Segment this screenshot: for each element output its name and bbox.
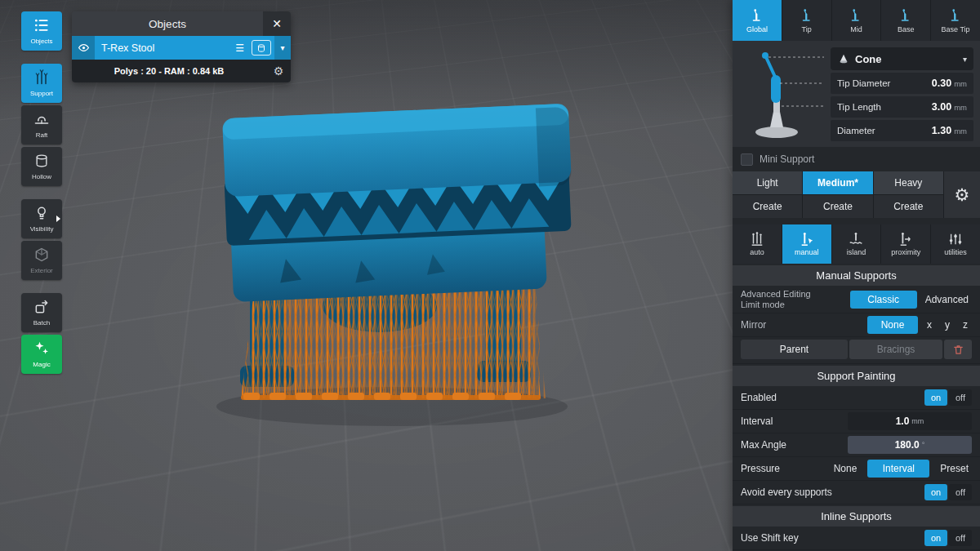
density-medium-button[interactable]: Medium* xyxy=(803,171,872,194)
create-light-button[interactable]: Create xyxy=(733,195,802,218)
support-pins-icon xyxy=(33,69,50,89)
density-heavy-button[interactable]: Heavy xyxy=(874,171,943,194)
eye-visibility-icon[interactable] xyxy=(72,36,95,60)
density-light-button[interactable]: Light xyxy=(733,171,802,194)
use-shift-key-label: Use Shift key xyxy=(741,532,920,544)
advanced-editing-label: Advanced Editing Limit mode xyxy=(741,289,845,310)
pressure-preset-button[interactable]: Preset xyxy=(937,460,972,478)
mirror-label: Mirror xyxy=(741,319,862,331)
toolbar-magic-button[interactable]: Magic xyxy=(21,335,62,374)
mode-tab-manual[interactable]: manual xyxy=(782,224,831,264)
density-settings-gear-icon[interactable]: ⚙ xyxy=(944,171,980,218)
objects-panel-footer: Polys : 20 - RAM : 0.84 kB ⚙ xyxy=(72,60,291,82)
mode-tab-auto[interactable]: auto xyxy=(733,224,782,264)
chevron-down-icon: ▾ xyxy=(963,55,967,64)
tab-base[interactable]: Base xyxy=(881,0,930,41)
support-painting-header: Support Painting xyxy=(733,366,980,386)
shape-selected-value: Cone xyxy=(855,53,958,65)
visibility-lamp-icon xyxy=(33,205,50,224)
toolbar-hollow-button[interactable]: Hollow xyxy=(21,147,62,186)
support-settings-panel: Global Tip Mid Base Base Tip xyxy=(733,0,980,551)
object-dropdown-caret-icon[interactable]: ▾ xyxy=(274,36,291,60)
enabled-off-toggle[interactable]: off xyxy=(949,389,972,406)
close-icon[interactable]: ✕ xyxy=(263,11,291,36)
enabled-on-toggle[interactable]: on xyxy=(924,389,947,406)
trex-stool-model xyxy=(163,82,621,457)
batch-box-icon xyxy=(33,299,50,318)
tab-mid[interactable]: Mid xyxy=(832,0,881,41)
object-cylinder-icon[interactable] xyxy=(252,40,271,56)
param-value[interactable]: 3.00 xyxy=(932,101,951,113)
mode-tab-island[interactable]: island xyxy=(832,224,881,264)
interval-input[interactable]: 1.0 mm xyxy=(848,412,972,430)
objects-panel-header: Objects ✕ xyxy=(72,11,291,36)
param-value[interactable]: 1.30 xyxy=(932,125,951,136)
support-shape-section: Cone ▾ Tip Diameter 0.30 mm Tip Length 3… xyxy=(733,41,980,147)
cone-icon xyxy=(837,52,850,65)
max-angle-row: Max Angle 180.0 ° xyxy=(733,433,980,457)
avoid-off-toggle[interactable]: off xyxy=(949,484,972,500)
param-tip-length[interactable]: Tip Length 3.00 mm xyxy=(831,96,973,118)
mirror-row: Mirror None x y z xyxy=(733,313,980,337)
delete-supports-button[interactable] xyxy=(944,340,972,359)
trash-icon xyxy=(952,344,964,356)
max-angle-label: Max Angle xyxy=(741,439,843,451)
tab-base-tip[interactable]: Base Tip xyxy=(931,0,980,41)
limit-mode-advanced-button[interactable]: Advanced xyxy=(922,291,972,309)
support-pin-icon xyxy=(750,8,764,23)
enabled-row: Enabled on off xyxy=(733,386,980,410)
objects-panel-title: Objects xyxy=(72,18,263,30)
param-value[interactable]: 0.30 xyxy=(932,78,951,89)
pressure-row: Pressure None Interval Preset xyxy=(733,457,980,481)
support-mode-tabs: auto manual island proximity utilities xyxy=(733,224,980,264)
shift-off-toggle[interactable]: off xyxy=(949,530,972,546)
manual-supports-icon xyxy=(800,232,814,247)
raft-pads xyxy=(243,393,521,400)
interval-row: Interval 1.0 mm xyxy=(733,410,980,433)
shift-on-toggle[interactable]: on xyxy=(924,530,947,546)
toolbar-raft-button[interactable]: Raft xyxy=(21,105,62,144)
toolbar-batch-button[interactable]: Batch xyxy=(21,293,62,332)
toolbar-support-button[interactable]: Support xyxy=(21,64,62,103)
max-angle-slider[interactable]: 180.0 ° xyxy=(848,436,972,454)
limit-mode-classic-button[interactable]: Classic xyxy=(850,291,917,309)
manual-supports-header: Manual Supports xyxy=(733,265,980,286)
advanced-editing-row: Advanced Editing Limit mode Classic Adva… xyxy=(733,286,980,313)
shape-dropdown[interactable]: Cone ▾ xyxy=(831,47,973,70)
objects-settings-gear-icon[interactable]: ⚙ xyxy=(266,64,291,78)
mini-support-checkbox[interactable] xyxy=(741,153,753,166)
mirror-x-button[interactable]: x xyxy=(923,319,936,331)
create-medium-button[interactable]: Create xyxy=(803,195,872,218)
pressure-interval-button[interactable]: Interval xyxy=(867,460,929,478)
mode-tab-utilities[interactable]: utilities xyxy=(931,224,980,264)
avoid-on-toggle[interactable]: on xyxy=(924,484,947,500)
support-illustration xyxy=(737,47,826,142)
raft-icon xyxy=(33,111,50,131)
param-diameter[interactable]: Diameter 1.30 mm xyxy=(831,120,973,141)
bracings-button[interactable]: Bracings xyxy=(849,340,942,359)
avoid-supports-row: Avoid every supports on off xyxy=(733,481,980,504)
mirror-y-button[interactable]: y xyxy=(941,319,954,331)
objects-panel: Objects ✕ T-Rex Stool ☰ ▾ Polys : 20 - R… xyxy=(72,11,291,82)
toolbar-visibility-button[interactable]: Visibility xyxy=(21,199,62,238)
tab-global[interactable]: Global xyxy=(733,0,782,41)
toolbar-exterior-button[interactable]: Exterior xyxy=(21,241,62,280)
mirror-none-button[interactable]: None xyxy=(867,316,918,334)
pressure-none-button[interactable]: None xyxy=(831,460,861,478)
auto-supports-icon xyxy=(750,232,764,247)
tab-tip[interactable]: Tip xyxy=(782,0,831,41)
exterior-box-icon xyxy=(33,247,50,266)
parent-bracings-row: Parent Bracings xyxy=(733,337,980,364)
flyout-arrow-icon xyxy=(56,216,60,222)
parent-button[interactable]: Parent xyxy=(741,340,848,359)
density-selector: Light Medium* Heavy ⚙ Create Create Crea… xyxy=(733,171,980,218)
object-list-item-trex-stool[interactable]: T-Rex Stool ☰ ▾ xyxy=(72,36,291,60)
objects-list-icon xyxy=(33,17,50,37)
param-tip-diameter[interactable]: Tip Diameter 0.30 mm xyxy=(831,73,973,94)
mode-tab-proximity[interactable]: proximity xyxy=(881,224,930,264)
create-heavy-button[interactable]: Create xyxy=(874,195,943,218)
object-list-icon[interactable]: ☰ xyxy=(231,42,248,54)
support-pin-icon xyxy=(898,8,913,23)
toolbar-objects-button[interactable]: Objects xyxy=(21,11,62,51)
mirror-z-button[interactable]: z xyxy=(959,319,972,331)
